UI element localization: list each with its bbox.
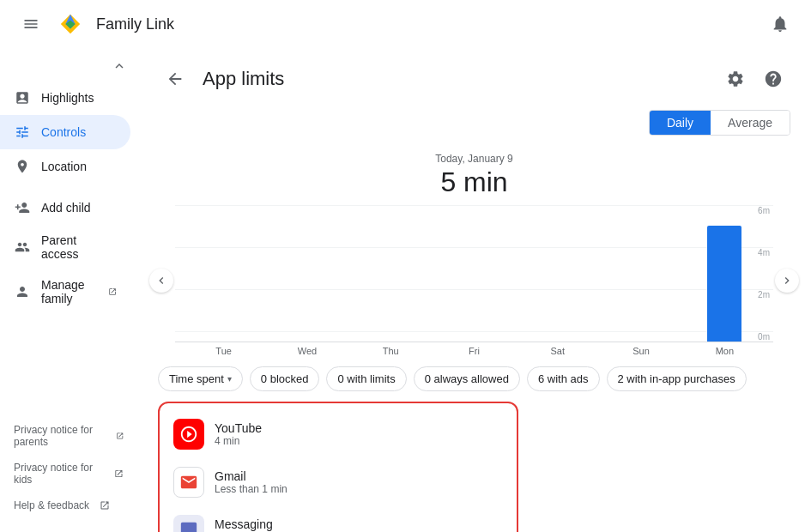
bar-fri [433,205,516,342]
manage-family-label: Manage family [41,278,98,305]
main-content: App limits Daily Average [137,48,811,532]
sidebar-item-add-child[interactable]: Add child [0,190,130,225]
sidebar-item-highlights[interactable]: Highlights [0,81,130,115]
header-icons [718,62,790,96]
label-sun: Sun [599,346,682,356]
app-list: YouTube 4 min Gmail Less than 1 min [158,402,518,532]
chip-ads-label: 6 with ads [538,372,589,385]
chart-next-button[interactable] [775,269,799,293]
manage-family-icon [14,283,31,300]
app-logo [58,12,82,36]
label-thu: Thu [349,346,433,356]
filter-chips: Time spent ▾ 0 blocked 0 with limits 0 a… [158,366,790,391]
daily-toggle-button[interactable]: Daily [650,111,711,135]
app-item-gmail[interactable]: Gmail Less than 1 min [160,458,517,506]
gmail-time: Less than 1 min [215,483,503,495]
app-title: Family Link [96,15,174,33]
bar-sun [599,205,682,342]
sidebar-bottom: Privacy notice for parents Privacy notic… [0,410,137,525]
messaging-info: Messaging Less than 1 min [215,517,503,532]
page-header: App limits [158,62,790,96]
chip-with-ads[interactable]: 6 with ads [527,366,600,391]
chart-date: Today, January 9 [158,153,790,165]
help-label: Help & feedback [14,499,89,511]
controls-icon [14,124,31,141]
chip-always-allowed[interactable]: 0 always allowed [414,366,520,391]
parent-access-icon [14,239,31,256]
label-wed: Wed [265,346,348,356]
chip-blocked-label: 0 blocked [261,372,309,385]
sidebar-item-controls[interactable]: Controls [0,115,130,149]
menu-icon[interactable] [14,7,48,41]
help-icon[interactable] [756,62,790,96]
gmail-info: Gmail Less than 1 min [215,469,503,495]
bar-mon [683,205,766,342]
controls-label: Controls [41,125,86,139]
topbar: Family Link [0,0,811,48]
external-link-icon-sm2 [114,469,124,479]
chart-section: Daily Average Today, January 9 5 min 6m [158,110,790,356]
chart-bars [182,205,766,342]
chart-day-labels: Tue Wed Thu Fri Sat Sun Mon [175,342,773,356]
youtube-icon [173,419,204,450]
label-sat: Sat [516,346,599,356]
layout: Highlights Controls Location [0,48,811,532]
highlights-icon [14,89,31,106]
chart-prev-button[interactable] [149,269,173,293]
page-title: App limits [203,68,708,90]
messaging-name: Messaging [215,517,503,531]
gmail-name: Gmail [215,469,503,483]
youtube-info: YouTube 4 min [215,421,503,447]
chip-with-limits[interactable]: 0 with limits [326,366,406,391]
chart-total: 5 min [158,166,790,198]
bar-wed [265,205,348,342]
daily-average-toggle: Daily Average [649,110,790,136]
privacy-kids-label: Privacy notice for kids [14,462,104,486]
youtube-time: 4 min [215,435,503,447]
app-item-youtube[interactable]: YouTube 4 min [160,410,517,458]
notification-icon[interactable] [763,7,797,41]
sidebar-item-manage-family[interactable]: Manage family [0,269,130,314]
bar-tue [182,205,265,342]
highlights-label: Highlights [41,91,94,105]
youtube-name: YouTube [215,421,503,435]
sidebar-item-parent-access[interactable]: Parent access [0,225,130,269]
label-fri: Fri [433,346,516,356]
chip-purchases-label: 2 with in-app purchases [618,372,735,385]
chip-time-spent[interactable]: Time spent ▾ [158,366,243,391]
chip-blocked[interactable]: 0 blocked [250,366,320,391]
label-tue: Tue [182,346,265,356]
chip-always-label: 0 always allowed [425,372,509,385]
chart-bars-container: 6m 4m 2m 0m [175,205,773,342]
privacy-parents-link[interactable]: Privacy notice for parents [0,417,137,455]
chip-limits-label: 0 with limits [337,372,395,385]
gmail-icon [173,467,204,498]
location-label: Location [41,160,87,173]
help-feedback-link[interactable]: Help & feedback [0,493,137,518]
sidebar-item-location[interactable]: Location [0,149,130,184]
chip-time-label: Time spent [169,372,224,385]
privacy-kids-link[interactable]: Privacy notice for kids [0,455,137,493]
settings-icon[interactable] [718,62,753,96]
back-button[interactable] [158,62,192,96]
add-child-icon [14,199,31,216]
chip-in-app-purchases[interactable]: 2 with in-app purchases [607,366,747,391]
external-link-icon-sm [116,431,124,441]
bar-sat [516,205,599,342]
external-link-icon [108,286,117,298]
collapse-button[interactable] [0,55,137,81]
privacy-parents-label: Privacy notice for parents [14,424,106,448]
chart-wrapper: 6m 4m 2m 0m [158,205,790,356]
app-item-messaging[interactable]: Messaging Less than 1 min [160,506,517,532]
add-child-label: Add child [41,201,91,215]
bar-thu [349,205,433,342]
label-mon: Mon [683,346,766,356]
external-link-icon-sm3 [100,500,110,511]
location-icon [14,158,31,175]
average-toggle-button[interactable]: Average [711,111,790,135]
sidebar: Highlights Controls Location [0,48,137,532]
parent-access-label: Parent access [41,233,117,261]
sidebar-nav: Highlights Controls Location [0,81,137,410]
messaging-icon [173,515,204,532]
chip-dropdown-arrow: ▾ [227,374,232,384]
